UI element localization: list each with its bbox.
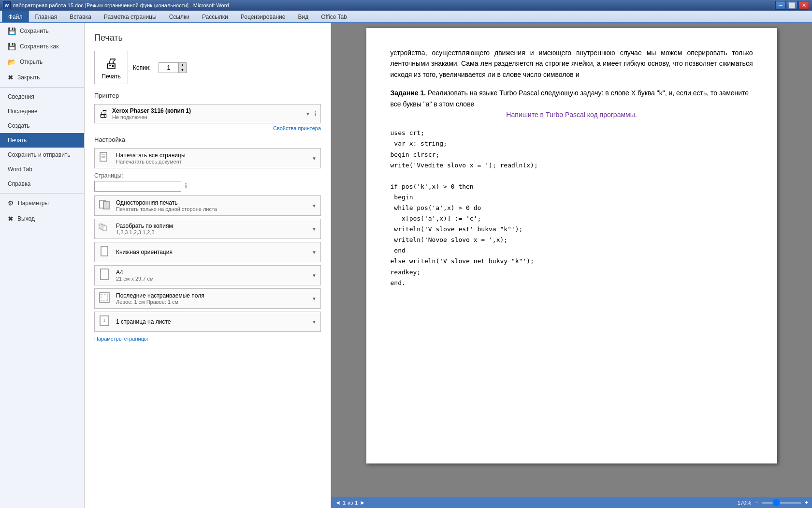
zoom-in-button[interactable]: + — [805, 499, 808, 506]
print-button[interactable]: 🖨 Печать — [94, 51, 128, 84]
setting-margins[interactable]: Последние настраиваемые поля Левое: 1 см… — [94, 288, 321, 309]
tab-home[interactable]: Главная — [29, 11, 64, 22]
collate-text: Разобрать по копиям 1,2,3 1,2,3 1,2,3 — [116, 223, 312, 235]
code-block: uses crt; var x: string; begin clrscr; w… — [391, 128, 753, 288]
sidebar-item-print[interactable]: Печать — [0, 133, 84, 148]
pages-info-icon[interactable]: ℹ — [185, 182, 187, 190]
paper-size-main: А4 — [116, 269, 312, 276]
sidebar-item-save-as[interactable]: 💾 Сохранить как — [0, 39, 84, 54]
title-bar-left: W лабораторная работа 15.doc [Режим огра… — [3, 1, 229, 9]
title-bar: W лабораторная работа 15.doc [Режим огра… — [0, 0, 812, 11]
copies-down-button[interactable]: ▼ — [178, 68, 186, 73]
tab-references[interactable]: Ссылки — [163, 11, 196, 22]
setting-pages-per-sheet[interactable]: 1 1 страница на листе ▼ — [94, 312, 321, 332]
zoom-slider[interactable] — [762, 502, 801, 504]
setting-paper-size[interactable]: А4 21 см х 29,7 см ▼ — [94, 265, 321, 285]
copies-input[interactable] — [159, 63, 178, 72]
page-navigation: ◄ 1 из 1 ► — [335, 499, 365, 506]
sidebar-item-exit[interactable]: ✖ Выход — [0, 211, 84, 226]
sidebar-item-open[interactable]: 📂 Открыть — [0, 54, 84, 70]
status-left: ◄ 1 из 1 ► — [335, 499, 365, 506]
sidebar-item-send[interactable]: Сохранить и отправить — [0, 148, 84, 162]
pages-range-icon — [99, 151, 112, 165]
paper-size-sub: 21 см х 29,7 см — [116, 276, 312, 282]
margins-main: Последние настраиваемые поля — [116, 292, 312, 299]
orientation-text: Книжная ориентация — [116, 249, 312, 255]
task-label: Задание 1. — [391, 89, 426, 97]
window-title: лабораторная работа 15.doc [Режим ограни… — [13, 2, 229, 8]
setting-duplex[interactable]: Односторонняя печать Печатать только на … — [94, 195, 321, 216]
tab-file[interactable]: Файл — [2, 11, 29, 22]
minimize-button[interactable]: ─ — [775, 1, 786, 10]
status-bar: ◄ 1 из 1 ► 170% − + — [331, 497, 812, 508]
setting-pages-range[interactable]: Напечатать все страницы Напечатать весь … — [94, 148, 321, 168]
exit-icon: ✖ — [8, 215, 14, 223]
close-button[interactable]: ✕ — [798, 1, 809, 10]
duplex-sub: Печатать только на одной стороне листа — [116, 206, 312, 212]
orientation-main: Книжная ориентация — [116, 249, 312, 255]
printer-name: Xerox Phaser 3116 (копия 1) — [112, 107, 302, 114]
page-prev-button[interactable]: ◄ — [335, 499, 341, 506]
window-controls[interactable]: ─ ⬜ ✕ — [775, 1, 809, 10]
sidebar-item-info[interactable]: Сведения — [0, 90, 84, 104]
print-panel: Печать 🖨 Печать Копии: ▲ ▼ — [85, 23, 331, 508]
sidebar-item-help[interactable]: Справка — [0, 177, 84, 191]
code-content: uses crt; var x: string; begin clrscr; w… — [391, 128, 753, 288]
tab-review[interactable]: Рецензирование — [234, 11, 292, 22]
restore-button[interactable]: ⬜ — [787, 1, 798, 10]
paper-size-icon — [99, 269, 112, 282]
svg-rect-10 — [101, 269, 108, 280]
page-settings-link[interactable]: Параметры страницы — [94, 336, 321, 342]
tab-view[interactable]: Вид — [291, 11, 315, 22]
setting-orientation[interactable]: Книжная ориентация ▼ — [94, 242, 321, 262]
ribbon-tabs: Файл Главная Вставка Разметка страницы С… — [0, 11, 812, 23]
settings-section-title: Настройка — [94, 136, 321, 143]
printer-properties-link[interactable]: Свойства принтера — [94, 125, 321, 131]
save-as-icon: 💾 — [8, 43, 16, 50]
page-next-button[interactable]: ► — [360, 499, 365, 506]
page-of-label: из — [348, 500, 353, 506]
doc-task1: Задание 1. Реализовать на языке Turbo Pa… — [391, 88, 753, 120]
pages-label: Страницы: — [94, 172, 321, 179]
paper-size-text: А4 21 см х 29,7 см — [116, 269, 312, 282]
sidebar-separator-2 — [0, 193, 84, 194]
copies-input-group: ▲ ▼ — [159, 62, 187, 73]
pages-input-row: Страницы: ℹ — [94, 172, 321, 192]
document-viewer[interactable]: устройства, осуществляющего движения и и… — [331, 23, 812, 497]
tab-pagelayout[interactable]: Разметка страницы — [98, 11, 163, 22]
copies-spinner: ▲ ▼ — [178, 63, 186, 73]
collate-sub: 1,2,3 1,2,3 1,2,3 — [116, 229, 312, 235]
collate-arrow: ▼ — [312, 226, 317, 232]
copies-up-button[interactable]: ▲ — [178, 63, 186, 68]
printer-section-title: Принтер — [94, 92, 321, 99]
zoom-out-button[interactable]: − — [755, 499, 758, 506]
pages-input[interactable] — [94, 181, 181, 192]
paper-size-arrow: ▼ — [312, 273, 317, 278]
tab-officetab[interactable]: Office Tab — [315, 11, 353, 22]
document-page: устройства, осуществляющего движения и и… — [366, 28, 777, 463]
tab-mailings[interactable]: Рассылки — [196, 11, 234, 22]
printer-selector[interactable]: 🖨 Xerox Phaser 3116 (копия 1) Не подключ… — [94, 104, 321, 123]
task-instruction: Напишите в Turbo Pascal код программы. — [391, 109, 753, 120]
sidebar-item-wordtab[interactable]: Word Tab — [0, 162, 84, 177]
status-right: 170% − + — [738, 499, 808, 506]
page-total: 1 — [355, 500, 358, 506]
word-icon: W — [3, 1, 11, 9]
sidebar-item-recent[interactable]: Последние — [0, 104, 84, 119]
sidebar-item-close[interactable]: ✖ Закрыть — [0, 70, 84, 85]
tab-insert[interactable]: Вставка — [63, 11, 98, 22]
pages-range-sub: Напечатать весь документ — [116, 159, 312, 164]
sidebar-separator-1 — [0, 87, 84, 88]
sidebar-item-options[interactable]: ⚙ Параметры — [0, 195, 84, 211]
svg-rect-0 — [100, 152, 107, 161]
zoom-level: 170% — [738, 500, 751, 506]
sidebar-item-save[interactable]: 💾 Сохранить — [0, 23, 84, 39]
task-text: Задание 1. Реализовать на языке Turbo Pa… — [391, 88, 753, 109]
printer-info-icon[interactable]: ℹ — [314, 110, 317, 118]
sidebar-item-new[interactable]: Создать — [0, 119, 84, 133]
pages-range-text: Напечатать все страницы Напечатать весь … — [116, 152, 312, 164]
svg-rect-9 — [101, 246, 108, 256]
open-icon: 📂 — [8, 58, 16, 66]
setting-collate[interactable]: Разобрать по копиям 1,2,3 1,2,3 1,2,3 ▼ — [94, 219, 321, 239]
print-controls: 🖨 Печать Копии: ▲ ▼ — [94, 51, 321, 84]
